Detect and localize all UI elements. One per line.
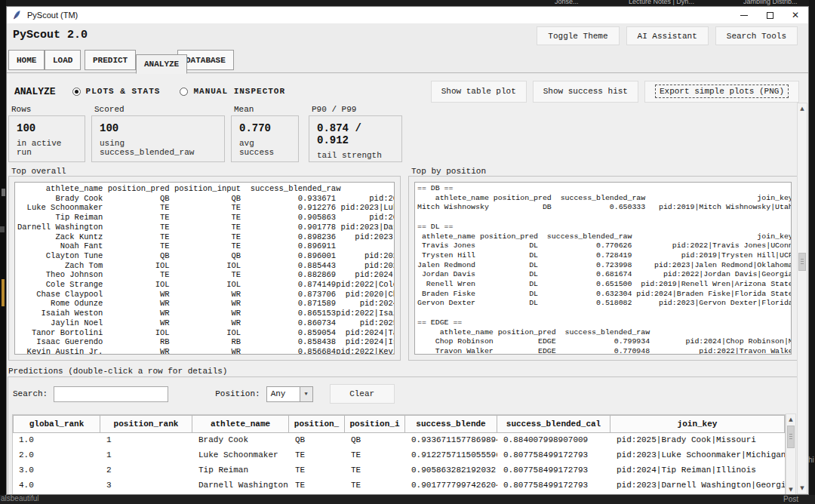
- background-tab-fragment: Lecture Notes | Dyn...: [629, 0, 694, 5]
- background-text-fragment: hi: [808, 456, 814, 464]
- table-cell: 0.905863282192032: [405, 463, 497, 478]
- table-row[interactable]: 5.04Zack KuntzTETE0.8982363232344650.807…: [13, 493, 785, 495]
- background-tab-fragment: Jonse...: [555, 0, 579, 5]
- stat-card-sub: avg success: [239, 139, 291, 157]
- tab-load[interactable]: LOAD: [45, 50, 81, 70]
- table-cell: TE: [289, 493, 345, 495]
- button-export-simple-plots-png-[interactable]: Export simple plots (PNG): [644, 81, 799, 103]
- table-row[interactable]: 3.02Tip ReimanTETE0.9058632821920320.807…: [13, 463, 785, 478]
- column-header-join_key[interactable]: join_key: [610, 415, 785, 433]
- table-cell: 2.0: [13, 448, 100, 463]
- table-cell: 3.0: [13, 463, 100, 478]
- stat-cards: Rows100in active runScored100using succe…: [7, 105, 808, 165]
- column-header-position_[interactable]: position_: [289, 415, 345, 433]
- table-row[interactable]: 1.01Brady CookQBQB0.93367115778698940.88…: [13, 433, 785, 448]
- clear-button[interactable]: Clear: [330, 384, 395, 404]
- table-row[interactable]: 4.03Darnell WashingtonTETE0.901777799742…: [13, 478, 785, 493]
- radio-icon: [72, 88, 81, 96]
- table-cell: 0.807758499172793: [497, 478, 610, 493]
- stat-card-scored: 100using success_blended_raw: [91, 115, 225, 162]
- column-header-position_i[interactable]: position_i: [345, 415, 405, 433]
- mode-radio-group: PLOTS & STATSMANUAL INSPECTOR: [72, 87, 285, 96]
- header-buttons: Toggle ThemeAI AssistantSearch Tools: [537, 26, 798, 45]
- background-text-fragment: alsbeautiful: [1, 495, 39, 502]
- search-input[interactable]: [54, 386, 168, 402]
- stat-card-value: 100: [17, 122, 77, 134]
- table-cell: 2: [100, 463, 192, 478]
- tk-feather-icon: [12, 10, 21, 20]
- predictions-label: Predictions (double-click a row for deta…: [8, 367, 227, 376]
- header-button-ai-assistant[interactable]: AI Assistant: [626, 26, 709, 45]
- stat-card-label: Mean: [234, 105, 254, 114]
- background-fragment: [2, 189, 5, 196]
- predictions-frame: Search: Position: Any ▼ Clear global_ran…: [8, 376, 798, 495]
- background-browser-tabs: Jonse...Lecture Notes | Dyn...Jambling D…: [0, 0, 815, 6]
- top-overall-label: Top overall: [11, 167, 66, 176]
- button-show-success-hist[interactable]: Show success hist: [533, 81, 638, 103]
- column-header-position_rank[interactable]: position_rank: [100, 415, 192, 433]
- stat-card-label: P90 / P99: [312, 105, 356, 114]
- table-cell: 1.0: [13, 433, 100, 448]
- radio-manual-inspector[interactable]: MANUAL INSPECTOR: [180, 87, 285, 96]
- background-fragment: [0, 226, 5, 232]
- predictions-filter-row: Search: Position: Any ▼ Clear: [13, 385, 395, 403]
- close-button[interactable]: ✕: [783, 7, 808, 23]
- table-scrollbar-thumb[interactable]: [787, 426, 795, 448]
- table-row[interactable]: 2.01Luke SchoonmakerTETE0.91227571150555…: [13, 448, 785, 463]
- table-cell: QB: [345, 433, 405, 448]
- app-header: PyScout 2.0 Toggle ThemeAI AssistantSear…: [7, 23, 808, 48]
- radio-plots-stats[interactable]: PLOTS & STATS: [72, 87, 161, 96]
- table-cell: pid:2025|Brady Cook|Missouri: [610, 433, 785, 448]
- position-combobox-value: Any: [267, 387, 300, 401]
- maximize-icon: [767, 12, 773, 19]
- background-right-strip: [809, 0, 815, 504]
- tab-home[interactable]: HOME: [8, 50, 45, 70]
- column-header-success_blended_cal[interactable]: success_blended_cal: [497, 415, 610, 433]
- background-fragment: [2, 279, 5, 306]
- column-header-success_blende[interactable]: success_blende: [405, 415, 497, 433]
- scroll-up-icon[interactable]: ▲: [798, 103, 807, 114]
- app-window: PyScout (TM) ✕ PyScout 2.0 Toggle ThemeA…: [6, 6, 809, 495]
- background-tab-fragment: Jambling Distrib...: [743, 0, 798, 5]
- minimize-button[interactable]: [731, 7, 757, 23]
- table-cell: TE: [289, 478, 345, 493]
- table-cell: 3: [100, 478, 192, 493]
- stat-card-sub: tail strength: [317, 151, 394, 160]
- column-header-athlete_name[interactable]: athlete_name: [192, 415, 289, 433]
- table-cell: TE: [345, 478, 405, 493]
- scroll-down-icon[interactable]: ▼: [798, 483, 807, 493]
- table-cell: pid:2023|Luke Schoonmaker|Michigan: [610, 448, 785, 463]
- table-body: 1.01Brady CookQBQB0.93367115778698940.88…: [13, 433, 785, 495]
- page-scrollbar[interactable]: ▲ ▼: [797, 103, 807, 494]
- table-cell: pid:2024|Tip Reiman|Illinois: [610, 463, 785, 478]
- stat-card-sub: using success_blended_raw: [100, 139, 217, 157]
- scroll-up-icon[interactable]: ▲: [786, 414, 795, 425]
- maximize-button[interactable]: [757, 7, 783, 23]
- table-cell: Tip Reiman: [192, 463, 289, 478]
- table-cell: TE: [289, 448, 345, 463]
- header-button-toggle-theme[interactable]: Toggle Theme: [537, 26, 619, 45]
- table-cell: Darnell Washington: [192, 478, 289, 493]
- column-header-global_rank[interactable]: global_rank: [13, 415, 100, 433]
- stat-card-sub: in active run: [17, 139, 77, 157]
- tab-predict[interactable]: PREDICT: [85, 50, 136, 70]
- close-icon: ✕: [792, 10, 799, 20]
- table-cell: 0.898236323234465: [405, 493, 497, 495]
- table-cell: pid:2023|Darnell Washington|Georgia: [610, 478, 785, 493]
- scroll-down-icon[interactable]: ▼: [786, 484, 795, 495]
- button-label: Export simple plots (PNG): [655, 85, 789, 98]
- table-cell: QB: [289, 433, 345, 448]
- position-combobox[interactable]: Any ▼: [266, 386, 313, 402]
- top-by-position-text: == DB == athlete_name position_pred succ…: [414, 182, 792, 355]
- table-scrollbar[interactable]: ▲ ▼: [786, 413, 796, 495]
- page-scrollbar-thumb[interactable]: [798, 253, 806, 271]
- stat-card-mean: 0.770avg success: [231, 115, 299, 162]
- analyze-section-label: ANALYZE: [14, 86, 56, 97]
- header-button-search-tools[interactable]: Search Tools: [715, 26, 798, 45]
- table-cell: 0.807758499172793: [497, 463, 610, 478]
- top-by-position-frame: == DB == athlete_name position_pred succ…: [408, 176, 798, 361]
- tab-analyze[interactable]: ANALYZE: [136, 54, 187, 74]
- chevron-down-icon[interactable]: ▼: [300, 387, 312, 401]
- stat-card-label: Rows: [11, 105, 31, 114]
- button-show-table-plot[interactable]: Show table plot: [431, 81, 527, 103]
